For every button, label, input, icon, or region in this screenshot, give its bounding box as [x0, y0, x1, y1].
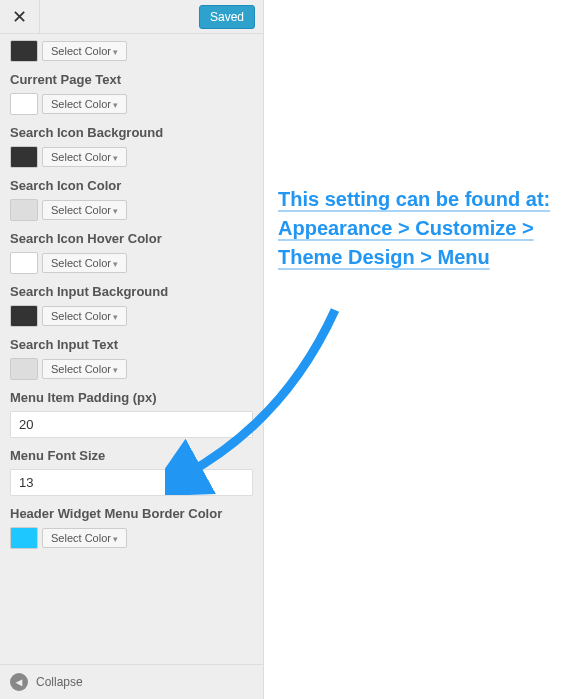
select-color-button[interactable]: Select Color [42, 147, 127, 167]
color-row: Select Color [10, 252, 253, 274]
control-label: Search Input Background [10, 284, 253, 299]
control-search-icon-bg: Search Icon Background Select Color [10, 125, 253, 168]
control-search-input-bg: Search Input Background Select Color [10, 284, 253, 327]
control-label: Header Widget Menu Border Color [10, 506, 253, 521]
select-color-button[interactable]: Select Color [42, 94, 127, 114]
close-button[interactable]: ✕ [0, 0, 40, 34]
control-label: Menu Item Padding (px) [10, 390, 253, 405]
color-row: Select Color [10, 305, 253, 327]
select-color-button[interactable]: Select Color [42, 359, 127, 379]
control-search-icon-hover: Search Icon Hover Color Select Color [10, 231, 253, 274]
panel-body: Select Color Current Page Text Select Co… [0, 34, 263, 664]
color-row: Select Color [10, 527, 253, 549]
control-search-input-text: Search Input Text Select Color [10, 337, 253, 380]
control-menu-font-size: Menu Font Size [10, 448, 253, 496]
menu-item-padding-input[interactable] [10, 411, 253, 438]
color-control-initial: Select Color [10, 40, 253, 62]
color-row: Select Color [10, 93, 253, 115]
select-color-button[interactable]: Select Color [42, 200, 127, 220]
sidebar-header: ✕ Saved [0, 0, 263, 34]
select-color-button[interactable]: Select Color [42, 528, 127, 548]
control-search-icon-color: Search Icon Color Select Color [10, 178, 253, 221]
collapse-icon: ◄ [10, 673, 28, 691]
control-current-page-text: Current Page Text Select Color [10, 72, 253, 115]
customizer-sidebar: ✕ Saved Select Color Current Page Text S… [0, 0, 264, 699]
close-icon: ✕ [12, 6, 27, 28]
color-swatch[interactable] [10, 93, 38, 115]
control-label: Menu Font Size [10, 448, 253, 463]
color-swatch[interactable] [10, 252, 38, 274]
select-color-button[interactable]: Select Color [42, 306, 127, 326]
select-color-button[interactable]: Select Color [42, 253, 127, 273]
sidebar-footer[interactable]: ◄ Collapse [0, 664, 263, 699]
color-swatch[interactable] [10, 527, 38, 549]
control-label: Search Input Text [10, 337, 253, 352]
control-label: Search Icon Hover Color [10, 231, 253, 246]
control-label: Current Page Text [10, 72, 253, 87]
control-label: Search Icon Color [10, 178, 253, 193]
menu-font-size-input[interactable] [10, 469, 253, 496]
color-row: Select Color [10, 40, 253, 62]
select-color-button[interactable]: Select Color [42, 41, 127, 61]
color-swatch[interactable] [10, 358, 38, 380]
annotation-text: This setting can be found at: Appearance… [278, 185, 568, 272]
control-menu-item-padding: Menu Item Padding (px) [10, 390, 253, 438]
color-row: Select Color [10, 199, 253, 221]
saved-button[interactable]: Saved [199, 5, 255, 29]
collapse-label: Collapse [36, 675, 83, 689]
color-swatch[interactable] [10, 40, 38, 62]
color-row: Select Color [10, 358, 253, 380]
control-header-widget-border: Header Widget Menu Border Color Select C… [10, 506, 253, 549]
color-swatch[interactable] [10, 305, 38, 327]
control-label: Search Icon Background [10, 125, 253, 140]
color-swatch[interactable] [10, 146, 38, 168]
color-swatch[interactable] [10, 199, 38, 221]
color-row: Select Color [10, 146, 253, 168]
